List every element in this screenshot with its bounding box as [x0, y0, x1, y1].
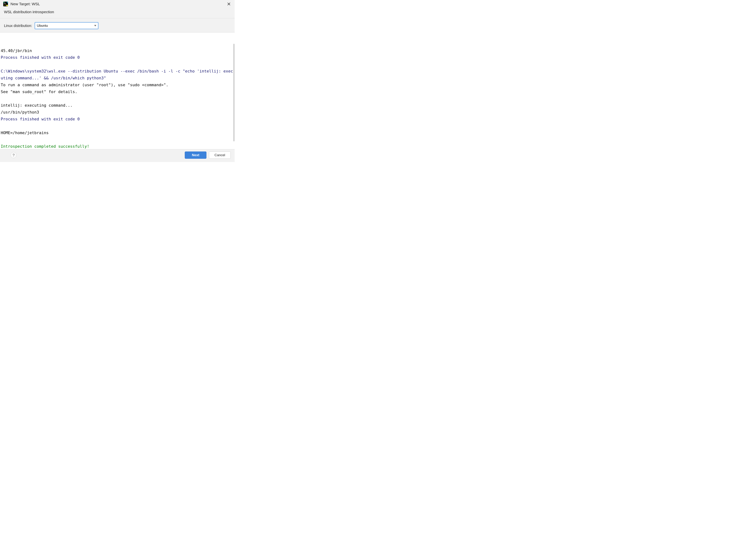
- svg-text:PC: PC: [4, 3, 6, 4]
- console-line: intellij: executing command...: [1, 102, 234, 109]
- linux-distribution-row: Linux distribution: Ubuntu: [0, 18, 235, 32]
- close-button[interactable]: [226, 1, 231, 7]
- linux-distribution-select[interactable]: Ubuntu: [35, 22, 98, 29]
- scrollbar[interactable]: [233, 44, 235, 141]
- console-line: Process finished with exit code 0: [1, 116, 234, 123]
- console-line: 45.40/jbr/bin: [1, 47, 234, 54]
- console-line: [1, 61, 234, 68]
- console-line: C:\Windows\system32\wsl.exe --distributi…: [1, 68, 234, 81]
- console-line: To run a command as administrator (user …: [1, 81, 234, 88]
- close-icon: [227, 2, 231, 6]
- linux-distribution-value: Ubuntu: [37, 24, 48, 27]
- help-button[interactable]: ?: [11, 152, 17, 158]
- next-button-label: Next: [192, 153, 199, 157]
- console-line: [1, 123, 234, 130]
- console-output[interactable]: 45.40/jbr/binProcess finished with exit …: [0, 32, 235, 149]
- console-line: /usr/bin/python3: [1, 109, 234, 116]
- page-subtitle: WSL distribution introspection: [4, 10, 231, 14]
- console-line: Process finished with exit code 0: [1, 54, 234, 61]
- console-line: HOME=/home/jetbrains: [1, 130, 234, 136]
- next-button[interactable]: Next: [185, 151, 206, 159]
- console-line: [1, 136, 234, 143]
- console-line: [1, 95, 234, 102]
- linux-distribution-label: Linux distribution:: [4, 24, 32, 28]
- cancel-button-label: Cancel: [214, 153, 225, 157]
- pycharm-icon: PC EAP: [3, 2, 8, 6]
- console-line: See "man sudo_root" for details.: [1, 88, 234, 95]
- window-title: New Target: WSL: [11, 2, 224, 6]
- footer-bar: ? Next Cancel: [0, 149, 235, 162]
- titlebar: PC EAP New Target: WSL: [0, 0, 235, 8]
- subtitle-bar: WSL distribution introspection: [0, 8, 235, 18]
- svg-text:EAP: EAP: [4, 5, 6, 6]
- console-line: Introspection completed successfully!: [1, 143, 234, 149]
- help-icon: ?: [13, 153, 15, 157]
- cancel-button[interactable]: Cancel: [209, 151, 231, 159]
